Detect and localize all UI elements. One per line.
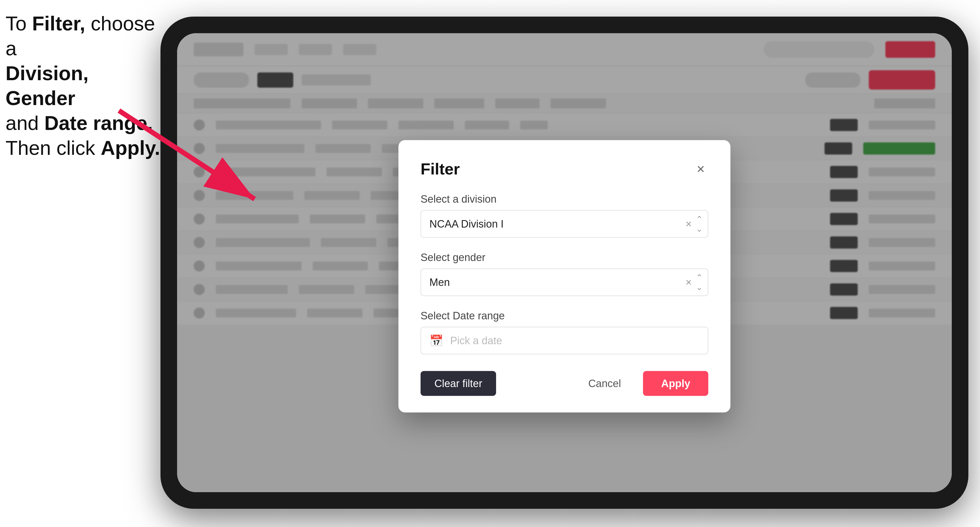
division-form-group: Select a division NCAA Division I NCAA D… [420,193,708,238]
division-select-wrapper: NCAA Division I NCAA Division II NCAA Di… [420,210,708,238]
gender-clear-icon[interactable]: × [684,275,693,289]
instruction-line4: Then click Apply. [6,137,160,159]
clear-filter-button[interactable]: Clear filter [420,371,496,396]
modal-close-button[interactable]: × [693,161,708,176]
footer-right-actions: Cancel Apply [574,371,708,396]
division-arrow-icon: ⌃⌄ [696,214,703,233]
gender-arrow-icon: ⌃⌄ [696,273,703,292]
instruction-bold2: Division, Gender [6,62,89,109]
modal-header: Filter × [420,160,708,178]
division-label: Select a division [420,193,708,205]
gender-select[interactable]: Men Women All [420,268,708,296]
division-clear-icon[interactable]: × [684,216,693,231]
date-label: Select Date range [420,310,708,322]
instruction-panel: To Filter, choose a Division, Gender and… [6,11,161,160]
gender-select-wrapper: Men Women All × ⌃⌄ [420,268,708,296]
apply-button[interactable]: Apply [643,371,708,396]
instruction-line3: and Date range. [6,112,153,134]
tablet-device: Filter × Select a division NCAA Division… [161,17,968,509]
division-select-icons: × ⌃⌄ [684,214,703,233]
gender-label: Select gender [420,252,708,264]
date-placeholder: Pick a date [450,335,502,346]
cancel-button[interactable]: Cancel [574,371,635,396]
division-select[interactable]: NCAA Division I NCAA Division II NCAA Di… [420,210,708,238]
modal-title: Filter [420,160,460,178]
gender-form-group: Select gender Men Women All × ⌃⌄ [420,252,708,296]
instruction-line1: To Filter, choose a [6,13,155,59]
gender-select-icons: × ⌃⌄ [684,273,703,292]
modal-footer: Clear filter Cancel Apply [420,371,708,396]
calendar-icon: 📅 [430,334,443,347]
tablet-screen: Filter × Select a division NCAA Division… [177,33,952,492]
filter-modal: Filter × Select a division NCAA Division… [398,140,730,413]
date-form-group: Select Date range 📅 Pick a date [420,310,708,354]
date-picker-field[interactable]: 📅 Pick a date [420,327,708,354]
